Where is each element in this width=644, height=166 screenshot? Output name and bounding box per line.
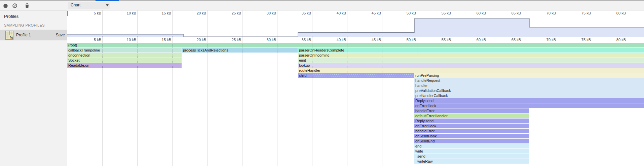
ruler-tick-label: 10 kB	[109, 37, 136, 42]
gridline-dash	[347, 58, 347, 63]
flame-frame[interactable]: onErrorHook	[414, 124, 529, 128]
flame-frame[interactable]: Readable.on	[67, 63, 182, 68]
flame-frame[interactable]: runPreParsing	[414, 73, 644, 78]
gridline-dash	[522, 144, 522, 148]
flame-frame[interactable]: write_	[414, 149, 529, 154]
gridline-dash	[627, 28, 627, 37]
gridline-dash	[382, 43, 382, 47]
flame-frame[interactable]: (root)	[67, 43, 644, 47]
flame-chart[interactable]: 5 kB10 kB15 kB20 kB25 kB30 kB35 kB40 kB4…	[67, 37, 644, 166]
gridline-dash	[557, 53, 557, 58]
flame-frame[interactable]: Socket	[67, 58, 182, 63]
gridline-dash	[522, 58, 522, 63]
trash-icon[interactable]	[25, 3, 30, 10]
flame-frame[interactable]: handler	[414, 83, 644, 88]
gridline-dash	[417, 144, 417, 148]
gridline-dash	[312, 48, 312, 53]
flame-frame[interactable]: handleRequest	[414, 78, 644, 83]
gridline-dash	[452, 48, 452, 53]
gridline-dash	[137, 58, 138, 63]
ruler-tick-label: 65 kB	[494, 10, 521, 16]
gridline-dash	[487, 129, 487, 133]
gridline-dash	[417, 98, 417, 103]
flame-frame[interactable]: handleError	[414, 129, 529, 133]
gridline-dash	[592, 58, 592, 63]
gridline-dash	[347, 43, 347, 47]
gridline-dash	[592, 43, 592, 47]
flame-frame[interactable]: preHandlerCallback	[414, 93, 644, 98]
flame-frame[interactable]: Reply.send	[414, 98, 644, 103]
heap-profile-icon: %	[5, 31, 13, 41]
ruler-tick-label: 55 kB	[424, 37, 451, 42]
gridline-dash	[557, 88, 557, 93]
gridline-dash	[487, 73, 487, 78]
gridline-dash	[557, 58, 557, 63]
ruler-tick-label: 80 kB	[599, 10, 626, 16]
ruler-tick-label: 70 kB	[529, 37, 556, 42]
flame-frame[interactable]: end	[414, 144, 529, 148]
flame-frame[interactable]: handleError	[414, 108, 529, 113]
chevron-down-icon	[106, 4, 109, 6]
gridline-dash	[522, 124, 522, 128]
gridline-dash	[417, 53, 417, 58]
clear-all-icon[interactable]	[12, 3, 17, 9]
overview-window-resizer[interactable]	[67, 11, 68, 16]
frame-label: end	[414, 144, 529, 148]
flame-frame[interactable]: processTicksAndRejections	[182, 48, 298, 53]
gridline-dash	[557, 83, 557, 88]
flame-frame[interactable]: _send	[414, 154, 529, 159]
gridline-dash	[557, 68, 557, 73]
gridline-dash	[487, 139, 487, 143]
heap-overview-pane[interactable]: 5 kB10 kB15 kB20 kB25 kB30 kB35 kB40 kB4…	[67, 10, 644, 37]
gridline-dash	[452, 43, 452, 47]
sidebar-item-profile-1[interactable]: % Profile 1 Save	[0, 30, 67, 40]
gridline-dash	[487, 119, 487, 123]
flame-frame[interactable]: onSendHook	[414, 134, 529, 138]
gridline-dash	[627, 63, 627, 68]
flame-frame[interactable]: onconnection	[67, 53, 182, 58]
flame-frame[interactable]: Reply.send	[414, 119, 529, 123]
gridline-dash	[487, 103, 487, 108]
flame-frame[interactable]: callbackTrampoline	[67, 48, 182, 53]
gridline-dash	[522, 159, 522, 164]
gridline-dash	[417, 103, 417, 108]
gridline-dash	[557, 103, 557, 108]
gridline-dash	[522, 113, 522, 118]
gridline-dash	[312, 63, 312, 68]
ruler-tick-label: 5 kB	[74, 37, 101, 42]
flame-frame[interactable]: onErrorHook	[414, 103, 644, 108]
gridline-dash	[417, 139, 417, 143]
gridline-dash	[592, 53, 592, 58]
gridline-dash	[452, 113, 452, 118]
frame-label: Reply.send	[414, 98, 644, 103]
flame-frame[interactable]: defaultErrorHandler	[414, 113, 529, 118]
gridline-dash	[522, 63, 522, 68]
ruler-tick-label: 5 kB	[74, 10, 101, 16]
gridline-dash	[557, 43, 557, 47]
gridline-dash	[592, 48, 592, 53]
gridline-dash	[487, 43, 487, 47]
gridline-dash	[487, 53, 487, 58]
ruler-tick-label: 30 kB	[249, 37, 276, 42]
gridline-dash	[417, 124, 417, 128]
gridline-dash	[627, 58, 627, 63]
gridline-dash	[452, 108, 452, 113]
frame-label: preHandlerCallback	[414, 93, 644, 98]
frame-label: _send	[414, 154, 529, 159]
flame-frame[interactable]: child	[298, 73, 414, 78]
flame-frame[interactable]: preValidationCallback	[414, 88, 644, 93]
gridline-dash	[277, 48, 277, 53]
gridline-dash	[452, 103, 452, 108]
gridline-dash	[487, 83, 487, 88]
chart-view-select[interactable]: Chart	[68, 2, 110, 9]
record-icon[interactable]	[3, 3, 8, 9]
svg-text:%: %	[10, 36, 13, 40]
gridline-dash	[137, 48, 138, 53]
gridline-dash	[417, 129, 417, 133]
gridline-dash	[137, 35, 138, 37]
flame-frame[interactable]: onSendEnd	[414, 139, 529, 143]
gridline-dash	[417, 73, 417, 78]
save-profile-link[interactable]: Save	[56, 33, 65, 37]
flame-frame[interactable]: _writeRaw	[414, 159, 529, 164]
gridline-dash	[452, 134, 452, 138]
